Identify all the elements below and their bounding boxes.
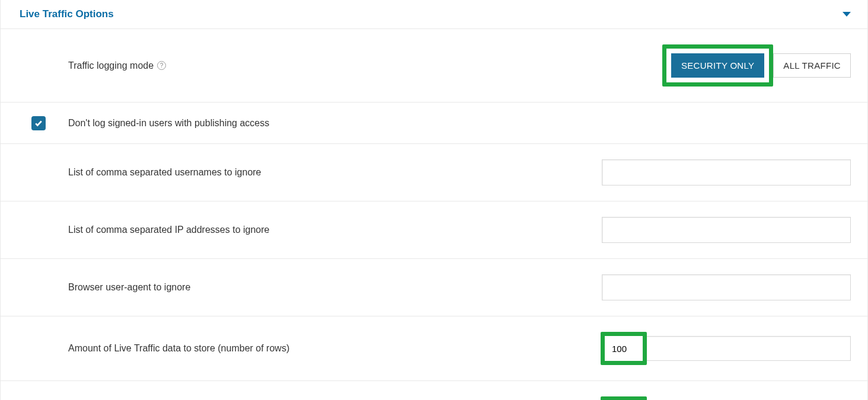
input-ignore-ips[interactable]	[602, 217, 851, 243]
input-rows-store-remainder[interactable]	[647, 336, 851, 361]
controls-ignore-ua	[602, 274, 851, 300]
label-ignore-ips: List of comma separated IP addresses to …	[68, 225, 602, 235]
highlight-rows-store	[601, 332, 647, 365]
logging-mode-controls: SECURITY ONLY ALL TRAFFIC	[662, 44, 851, 87]
label-logging-mode: Traffic logging mode ?	[68, 60, 662, 71]
highlight-max-days	[601, 396, 647, 400]
live-traffic-options-panel: Live Traffic Options Traffic logging mod…	[0, 0, 868, 400]
input-rows-store[interactable]	[607, 337, 640, 360]
row-ignore-ips: List of comma separated IP addresses to …	[1, 201, 867, 259]
row-ignore-ua: Browser user-agent to ignore	[1, 259, 867, 316]
help-icon[interactable]: ?	[157, 61, 166, 70]
input-ignore-ua[interactable]	[602, 274, 851, 300]
chevron-down-icon	[843, 12, 851, 17]
controls-max-days	[601, 396, 851, 400]
label-dont-log-publishers: Don't log signed-in users with publishin…	[68, 118, 851, 129]
label-ignore-ua: Browser user-agent to ignore	[68, 282, 602, 293]
label-rows-store: Amount of Live Traffic data to store (nu…	[68, 343, 601, 354]
checkbox-dont-log-publishers[interactable]	[31, 116, 46, 130]
row-rows-store: Amount of Live Traffic data to store (nu…	[1, 316, 867, 381]
input-ignore-usernames[interactable]	[602, 159, 851, 185]
label-ignore-usernames: List of comma separated usernames to ign…	[68, 167, 602, 178]
controls-ignore-usernames	[602, 159, 851, 185]
row-dont-log-publishers: Don't log signed-in users with publishin…	[1, 103, 867, 144]
highlight-security-only: SECURITY ONLY	[662, 44, 773, 87]
panel-title: Live Traffic Options	[20, 8, 114, 20]
row-logging-mode: Traffic logging mode ? SECURITY ONLY ALL…	[1, 29, 867, 103]
controls-rows-store	[601, 332, 851, 365]
all-traffic-button[interactable]: ALL TRAFFIC	[773, 53, 851, 78]
row-ignore-usernames: List of comma separated usernames to ign…	[1, 144, 867, 201]
label-text: Traffic logging mode	[68, 60, 154, 71]
security-only-button[interactable]: SECURITY ONLY	[671, 53, 764, 78]
controls-ignore-ips	[602, 217, 851, 243]
row-max-days: Maximum days to keep Live Traffic data (…	[1, 381, 867, 400]
panel-header[interactable]: Live Traffic Options	[1, 0, 867, 29]
lead-col	[1, 116, 68, 130]
check-icon	[34, 119, 43, 127]
